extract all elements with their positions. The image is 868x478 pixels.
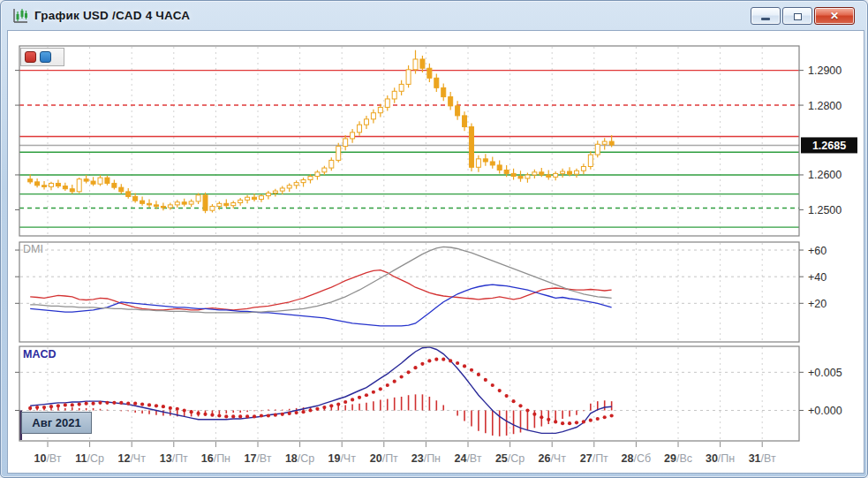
candle-body [126,192,131,197]
candle-body [399,84,404,91]
date-label: 31/Вт [749,452,776,465]
chart-toolbar [20,48,64,66]
candle-body [91,181,95,184]
macd-signal-dot [365,393,368,397]
red-marker-button[interactable] [25,51,36,63]
macd-signal-dot [484,378,487,382]
macd-signal-dot [449,359,452,362]
macd-signal-dot [351,398,354,401]
macd-signal-dot [126,402,130,406]
macd-signal-dot [112,401,116,405]
macd-signal-dot [582,420,585,423]
candle-body [568,171,572,174]
blue-marker-button[interactable] [40,51,51,63]
date-label: 23/Пн [411,452,441,465]
candle-body [547,175,551,177]
macd-signal-dot [603,415,607,419]
candle-body [119,187,124,192]
macd-signal-dot [343,400,347,404]
candle-body [35,182,40,186]
macd-signal-dot [196,412,200,415]
minimize-icon [761,18,770,20]
macd-signal-dot [119,401,123,405]
title-bar[interactable]: График USD /CAD 4 ЧАСА ✕ [1,1,867,30]
macd-signal-dot [57,404,60,407]
current-price-label: 1.2685 [812,140,846,152]
minimize-button[interactable] [751,7,781,25]
price-axis-label: 1.2600 [808,169,842,181]
macd-signal-dot [301,410,305,414]
macd-signal-dot [400,375,404,378]
date-label: 13/Пт [160,452,188,465]
candle-body [371,113,375,119]
candle-body [133,196,138,201]
macd-signal-dot [505,394,509,398]
candle-body [322,168,327,172]
macd-signal-dot [140,402,144,406]
date-label: 30/Пн [706,452,735,465]
candle-body [98,178,102,184]
macd-signal-dot [540,415,543,419]
dmi-axis-label: +20 [808,298,826,310]
candle-body [358,125,362,133]
chart-window-icon [11,7,29,25]
macd-signal-dot [176,407,179,411]
macd-signal-dot [91,402,94,406]
candle-body [231,203,236,206]
candle-body [420,59,425,68]
macd-signal-dot [147,403,151,406]
candle-body [378,107,382,112]
candle-body [210,206,215,210]
month-label: Авг 2021 [21,412,92,434]
chart-client-area: 1.29001.28001.26001.2500+60+40+20+0.005+… [7,30,864,474]
date-label: 12/Чт [117,452,146,465]
macd-signal-dot [64,403,67,406]
restore-icon [794,12,802,19]
macd-signal-dot [420,362,424,366]
candle-body [442,87,446,96]
macd-signal-dot [610,414,614,417]
macd-signal-dot [456,361,459,365]
candle-body [203,195,208,210]
macd-axis-label: +0.000 [808,405,842,417]
candle-body [449,97,453,106]
macd-signal-dot [238,414,242,418]
candle-body [238,200,243,202]
candle-body [49,183,53,186]
macd-signal-dot [442,358,445,361]
macd-signal-dot [71,403,74,406]
restore-button[interactable] [782,7,812,25]
candle-body [84,179,88,181]
panel-background [19,346,799,441]
candle-body [175,202,179,205]
macd-signal-dot [85,402,88,406]
macd-signal-dot [183,408,186,412]
candle-body [476,159,480,167]
candle-body [42,186,47,187]
macd-signal-dot [35,406,39,409]
date-label: 18/Ср [285,452,314,465]
close-button[interactable]: ✕ [814,7,855,25]
candle-body [56,183,60,186]
macd-signal-dot [568,421,571,425]
window-controls: ✕ [751,7,855,25]
candle-body [224,203,229,205]
macd-signal-dot [329,404,333,407]
candle-body [294,183,298,186]
candle-body [434,78,439,87]
candle-body [427,68,432,78]
macd-signal-dot [267,414,270,417]
candle-body [28,179,33,182]
macd-signal-dot [217,414,221,417]
candle-body [70,189,74,192]
candle-body [336,147,341,161]
macd-signal-dot [155,404,158,407]
macd-signal-dot [169,406,172,410]
candle-body [105,178,109,183]
macd-signal-dot [190,410,193,414]
candle-body [532,172,537,175]
macd-signal-dot [575,421,578,424]
price-axis-label: 1.2800 [808,100,842,112]
macd-signal-dot [491,383,494,387]
macd-signal-dot [358,396,361,399]
